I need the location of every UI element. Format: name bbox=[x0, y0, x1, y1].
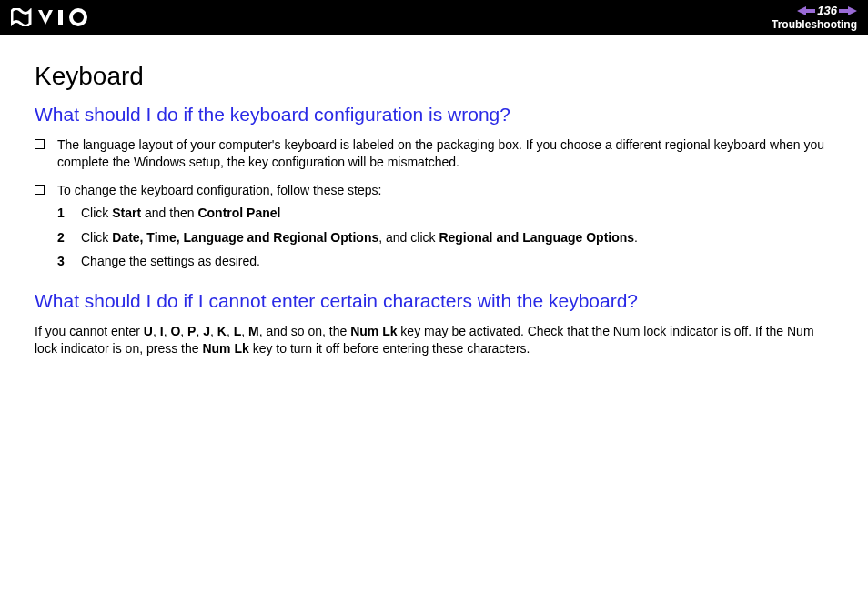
svg-marker-2 bbox=[797, 6, 815, 15]
svg-rect-0 bbox=[58, 10, 63, 25]
step-number: 2 bbox=[57, 229, 81, 246]
question-1-heading: What should I do if the keyboard configu… bbox=[35, 104, 839, 126]
steps-list: 1 Click Start and then Control Panel 2 C… bbox=[57, 205, 839, 271]
step-row: 2 Click Date, Time, Language and Regiona… bbox=[57, 229, 839, 246]
question-2-paragraph: If you cannot enter U, I, O, P, J, K, L,… bbox=[35, 323, 839, 357]
prev-page-icon[interactable] bbox=[797, 6, 815, 15]
page-navigation: 136 bbox=[797, 4, 857, 17]
step-text: Click Date, Time, Language and Regional … bbox=[81, 229, 638, 246]
page-number: 136 bbox=[817, 4, 837, 17]
header-bar: 136 Troubleshooting bbox=[0, 0, 868, 35]
list-item: The language layout of your computer's k… bbox=[35, 136, 839, 171]
step-text: Change the settings as desired. bbox=[81, 253, 260, 270]
next-page-icon[interactable] bbox=[839, 6, 857, 15]
svg-point-1 bbox=[71, 10, 86, 25]
bullet-list: The language layout of your computer's k… bbox=[35, 136, 839, 199]
step-row: 1 Click Start and then Control Panel bbox=[57, 205, 839, 222]
bullet-icon bbox=[35, 139, 45, 149]
section-label: Troubleshooting bbox=[772, 18, 857, 31]
vaio-logo bbox=[11, 8, 95, 26]
bullet-text: The language layout of your computer's k… bbox=[57, 136, 839, 171]
header-right: 136 Troubleshooting bbox=[772, 4, 857, 31]
svg-marker-3 bbox=[839, 6, 857, 15]
step-row: 3 Change the settings as desired. bbox=[57, 253, 839, 270]
page-title: Keyboard bbox=[35, 62, 839, 91]
page-content: Keyboard What should I do if the keyboar… bbox=[0, 35, 868, 376]
step-number: 1 bbox=[57, 205, 81, 222]
step-text: Click Start and then Control Panel bbox=[81, 205, 280, 222]
question-2-heading: What should I do if I cannot enter certa… bbox=[35, 290, 839, 312]
list-item: To change the keyboard configuration, fo… bbox=[35, 182, 839, 199]
bullet-text: To change the keyboard configuration, fo… bbox=[57, 182, 381, 199]
step-number: 3 bbox=[57, 253, 81, 270]
bullet-icon bbox=[35, 185, 45, 195]
